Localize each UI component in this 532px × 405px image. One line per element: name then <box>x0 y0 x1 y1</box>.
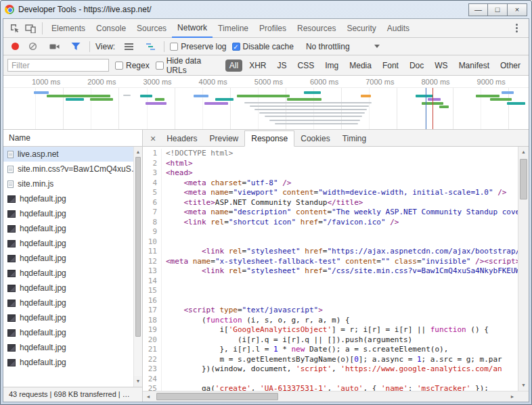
request-row[interactable]: hqdefault.jpg <box>3 266 142 281</box>
code-line: 22 m = s.getElementsByTagName(o)[0]; a.a… <box>143 355 518 365</box>
close-detail-icon[interactable]: × <box>146 133 160 146</box>
filter-input[interactable] <box>7 59 109 72</box>
scrollbar-thumb[interactable] <box>520 159 527 199</box>
clear-icon[interactable] <box>24 39 41 54</box>
response-vertical-scrollbar[interactable]: ▲ ▼ <box>518 147 529 391</box>
waterfall-bar <box>250 105 370 107</box>
filter-icon[interactable] <box>68 39 84 54</box>
code-text: <title>ASP.NET Community Standup</title> <box>166 198 363 208</box>
code-line: 15 <box>143 286 518 296</box>
waterfall-bar <box>304 91 321 94</box>
regex-checkbox[interactable]: Regex <box>115 61 150 70</box>
tab-elements[interactable]: Elements <box>46 19 91 38</box>
request-row[interactable]: hqdefault.jpg <box>3 340 142 355</box>
request-row[interactable]: hqdefault.jpg <box>3 325 142 340</box>
line-number: 4 <box>143 178 162 189</box>
scrollbar-thumb[interactable] <box>135 157 141 337</box>
tab-timeline[interactable]: Timeline <box>213 19 254 38</box>
minimize-button[interactable]: — <box>468 3 488 16</box>
view-label: View: <box>95 42 115 51</box>
screencast-icon[interactable] <box>46 39 62 54</box>
waterfall-bar <box>428 98 440 101</box>
throttling-dropdown[interactable]: No throttling <box>306 42 380 51</box>
detail-tab-cookies[interactable]: Cookies <box>294 131 336 146</box>
image-icon <box>7 270 16 277</box>
waterfall-bar <box>287 98 322 101</box>
filter-type-manifest[interactable]: Manifest <box>455 59 493 72</box>
waterfall-bar <box>237 95 290 97</box>
detail-tab-preview[interactable]: Preview <box>204 131 245 146</box>
filter-type-js[interactable]: JS <box>273 59 291 72</box>
scroll-down-icon[interactable]: ▼ <box>134 376 142 387</box>
ruler-tick: 9000 ms <box>469 78 506 86</box>
network-overview[interactable]: 1000 ms2000 ms3000 ms4000 ms5000 ms6000 … <box>3 76 529 130</box>
inspect-element-icon[interactable] <box>6 21 22 36</box>
tab-network[interactable]: Network <box>172 19 213 38</box>
detail-tab-headers[interactable]: Headers <box>160 131 203 146</box>
checkbox-unchecked-icon[interactable] <box>170 43 178 51</box>
request-name: hqdefault.jpg <box>20 358 66 367</box>
request-row[interactable]: hqdefault.jpg <box>3 310 142 325</box>
request-row[interactable]: hqdefault.jpg <box>3 355 142 370</box>
maximize-button[interactable]: □ <box>488 3 508 16</box>
detail-tab-timing[interactable]: Timing <box>336 131 373 146</box>
hide-data-urls-label: Hide data URLs <box>167 56 219 75</box>
close-button[interactable]: × <box>508 3 527 16</box>
filter-type-media[interactable]: Media <box>345 59 376 72</box>
tab-resources[interactable]: Resources <box>292 19 341 38</box>
scroll-up-icon[interactable]: ▲ <box>134 147 142 158</box>
record-icon[interactable] <box>12 43 19 50</box>
tab-profiles[interactable]: Profiles <box>254 19 292 38</box>
disable-cache-checkbox[interactable]: Disable cache <box>232 42 294 51</box>
code-text: })(window, document, 'script', 'https://… <box>166 364 502 375</box>
response-horizontal-scrollbar[interactable]: ◄ ► <box>143 391 529 402</box>
scrollbar-thumb[interactable] <box>156 393 278 400</box>
request-row[interactable]: hqdefault.jpg <box>3 236 142 251</box>
scroll-right-icon[interactable]: ► <box>507 391 518 402</box>
overflow-menu-icon[interactable] <box>510 24 523 32</box>
requests-pane: Name live.asp.netsite.min.css?v=Baw1CmQ4… <box>3 130 143 402</box>
filter-type-xhr[interactable]: XHR <box>245 59 270 72</box>
request-row[interactable]: hqdefault.jpg <box>3 221 142 236</box>
request-row[interactable]: site.min.css?v=Baw1CmQ4xuSa... <box>3 162 142 176</box>
filter-type-img[interactable]: Img <box>321 59 342 72</box>
waterfall-bar <box>215 98 233 101</box>
filter-type-other[interactable]: Other <box>496 59 525 72</box>
tab-sources[interactable]: Sources <box>131 19 172 38</box>
filter-type-font[interactable]: Font <box>378 59 403 72</box>
request-name: site.min.js <box>18 179 53 189</box>
request-row[interactable]: hqdefault.jpg <box>3 206 142 221</box>
filter-type-all[interactable]: All <box>225 59 242 72</box>
tab-security[interactable]: Security <box>341 19 381 38</box>
view-waterfall-icon[interactable] <box>142 39 158 54</box>
timeline-ruler: 1000 ms2000 ms3000 ms4000 ms5000 ms6000 … <box>3 76 529 88</box>
checkbox-unchecked-icon[interactable] <box>156 62 164 70</box>
code-line: 16 <box>143 296 518 306</box>
scroll-left-icon[interactable]: ◄ <box>143 391 154 402</box>
request-row[interactable]: hqdefault.jpg <box>3 191 142 206</box>
tab-console[interactable]: Console <box>91 19 131 38</box>
request-name: hqdefault.jpg <box>20 254 66 263</box>
checkbox-unchecked-icon[interactable] <box>115 62 123 70</box>
request-row[interactable]: live.asp.net <box>3 147 142 162</box>
preserve-log-checkbox[interactable]: Preserve log <box>170 42 226 51</box>
code-line: 11 <link rel="stylesheet" href="https://… <box>143 247 518 257</box>
view-list-icon[interactable] <box>120 39 137 54</box>
request-row[interactable]: hqdefault.jpg <box>3 295 142 310</box>
request-row[interactable]: hqdefault.jpg <box>3 251 142 266</box>
checkbox-checked-icon[interactable] <box>232 43 240 51</box>
request-row[interactable]: site.min.js <box>3 176 142 191</box>
scroll-up-icon[interactable]: ▲ <box>518 147 529 158</box>
hide-data-urls-checkbox[interactable]: Hide data URLs <box>156 56 219 75</box>
filter-type-css[interactable]: CSS <box>294 59 319 72</box>
request-list-scrollbar[interactable]: ▲ ▼ <box>133 147 142 387</box>
filter-type-ws[interactable]: WS <box>430 59 451 72</box>
request-row[interactable]: hqdefault.jpg <box>3 281 142 295</box>
scroll-down-icon[interactable]: ▼ <box>518 380 529 391</box>
tab-audits[interactable]: Audits <box>382 19 415 38</box>
ruler-tick: 5000 ms <box>246 78 283 86</box>
name-column-header[interactable]: Name <box>3 130 142 147</box>
filter-type-doc[interactable]: Doc <box>405 59 428 72</box>
detail-tab-response[interactable]: Response <box>244 130 294 147</box>
device-toolbar-icon[interactable] <box>22 21 39 36</box>
